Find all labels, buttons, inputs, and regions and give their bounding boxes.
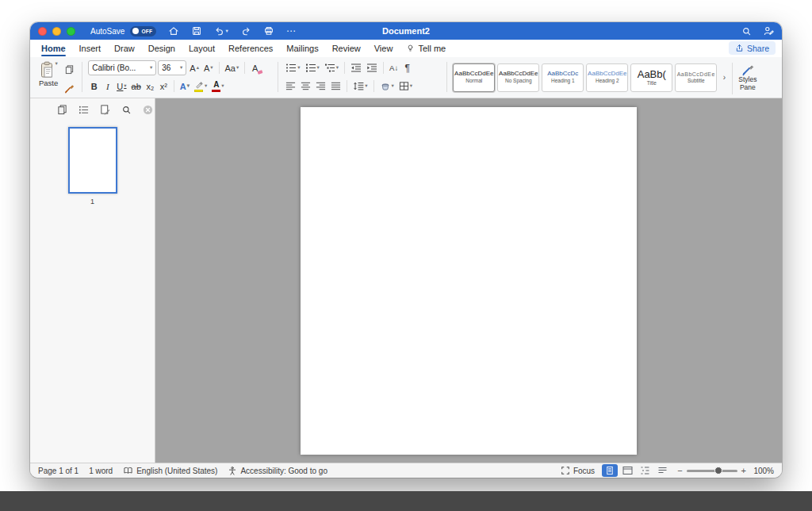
line-spacing-button[interactable]: ▾ <box>351 79 369 94</box>
styles-pane-brush-icon <box>741 63 754 76</box>
highlighter-icon <box>194 81 204 89</box>
tab-layout[interactable]: Layout <box>189 40 215 57</box>
paste-label: Paste <box>39 79 58 87</box>
tab-home[interactable]: Home <box>41 40 66 57</box>
paste-dropdown-caret[interactable]: ▾ <box>56 61 58 67</box>
thumbnails-pane-icon[interactable] <box>57 104 67 115</box>
web-layout-view-button[interactable] <box>619 464 635 477</box>
strikethrough-button[interactable]: ab <box>130 79 143 94</box>
change-case-button[interactable]: Aa▾ <box>224 60 241 75</box>
highlight-button[interactable]: ▾ <box>193 79 209 94</box>
accessibility-person-icon <box>228 466 237 476</box>
sidebar-search-icon[interactable] <box>121 105 132 115</box>
print-layout-view-button[interactable] <box>602 464 618 477</box>
multilevel-list-button[interactable]: ▾ <box>323 60 340 75</box>
zoom-out-button[interactable]: − <box>677 466 682 475</box>
style-heading-2[interactable]: AaBbCcDdEe Heading 2 <box>586 63 628 92</box>
style-heading-1[interactable]: AaBbCcDc Heading 1 <box>542 63 584 92</box>
tab-design[interactable]: Design <box>148 40 175 57</box>
style-subtitle[interactable]: AaBbCcDdEe Subtitle <box>675 63 717 92</box>
zoom-slider[interactable] <box>687 470 737 472</box>
format-painter-button[interactable] <box>62 81 76 95</box>
decrease-indent-button[interactable] <box>349 60 363 75</box>
paste-button[interactable]: ▾ Paste <box>36 60 60 88</box>
tab-insert[interactable]: Insert <box>79 40 102 57</box>
borders-button[interactable]: ▾ <box>397 79 414 94</box>
redo-button[interactable] <box>240 25 251 36</box>
sort-button[interactable]: A↓ <box>388 60 400 75</box>
styles-gallery-more-button[interactable]: › <box>719 63 729 92</box>
draft-view-button[interactable] <box>654 464 670 477</box>
presence-share-icon[interactable] <box>763 25 774 36</box>
tab-view[interactable]: View <box>374 40 393 57</box>
more-commands-icon[interactable]: ⋯ <box>286 26 296 36</box>
edit-page-icon[interactable] <box>100 104 110 115</box>
zoom-in-button[interactable]: + <box>741 466 746 475</box>
share-button[interactable]: Share <box>729 41 776 55</box>
grow-font-button[interactable]: A▴ <box>188 60 201 75</box>
tab-draw[interactable]: Draw <box>114 40 135 57</box>
shading-button[interactable]: ▾ <box>378 79 396 94</box>
numbering-button[interactable]: ▾ <box>304 60 321 75</box>
tab-review[interactable]: Review <box>332 40 361 57</box>
styles-pane-button[interactable]: Styles Pane <box>736 63 759 92</box>
clipboard-group: ▾ Paste <box>36 60 76 94</box>
close-window-button[interactable] <box>38 27 47 36</box>
page-indicator[interactable]: Page 1 of 1 <box>38 467 79 475</box>
align-left-button[interactable] <box>284 79 297 94</box>
styles-group: AaBbCcDdEe Normal AaBbCcDdEe No Spacing … <box>453 60 759 94</box>
undo-dropdown-caret[interactable]: ▾ <box>225 29 228 34</box>
autosave-state: OFF <box>141 29 152 34</box>
clipboard-icon <box>40 61 55 79</box>
document-page[interactable] <box>301 107 637 455</box>
zoom-slider-thumb[interactable] <box>714 467 722 474</box>
eraser-icon <box>258 70 263 75</box>
font-size-select[interactable]: 36 ▾ <box>158 60 186 75</box>
outline-view-button[interactable] <box>637 464 653 477</box>
minimize-window-button[interactable] <box>52 27 61 36</box>
accessibility-status[interactable]: Accessibility: Good to go <box>228 466 327 476</box>
zoom-level[interactable]: 100% <box>750 467 774 475</box>
text-effects-button[interactable]: A▾ <box>178 79 191 94</box>
style-no-spacing[interactable]: AaBbCcDdEe No Spacing <box>497 63 539 92</box>
accessibility-label: Accessibility: Good to go <box>240 467 327 475</box>
font-family-select[interactable]: Calibri (Bo... ▾ <box>88 60 156 75</box>
style-normal[interactable]: AaBbCcDdEe Normal <box>453 63 495 92</box>
tab-mailings[interactable]: Mailings <box>286 40 318 57</box>
home-icon[interactable] <box>168 25 179 36</box>
underline-button[interactable]: U▾ <box>115 79 128 94</box>
tell-me-button[interactable]: Tell me <box>406 40 446 57</box>
autosave-toggle[interactable]: OFF <box>130 26 156 36</box>
clear-formatting-button[interactable]: A <box>249 60 261 75</box>
shrink-font-button[interactable]: A▾ <box>202 60 215 75</box>
bold-button[interactable]: B <box>88 79 100 94</box>
search-icon[interactable] <box>741 26 752 36</box>
print-icon[interactable] <box>263 25 274 36</box>
tell-me-label: Tell me <box>418 44 446 53</box>
fullscreen-window-button[interactable] <box>67 27 75 36</box>
superscript-button[interactable]: x² <box>158 79 170 94</box>
font-color-button[interactable]: A ▾ <box>210 79 225 94</box>
save-icon[interactable] <box>191 25 202 36</box>
proofing-status[interactable]: English (United States) <box>123 466 217 475</box>
style-title[interactable]: AaBb( Title <box>630 63 672 92</box>
ribbon-tab-row: Home Insert Draw Design Layout Reference… <box>30 40 782 57</box>
justify-button[interactable] <box>329 79 343 94</box>
italic-button[interactable]: I <box>102 79 113 94</box>
focus-button[interactable]: Focus <box>561 466 595 475</box>
increase-indent-button[interactable] <box>365 60 379 75</box>
show-formatting-marks-button[interactable]: ¶ <box>401 60 413 75</box>
tab-references[interactable]: References <box>228 40 273 57</box>
copy-button[interactable] <box>62 62 76 76</box>
content-area: 1 <box>30 98 782 463</box>
align-right-button[interactable] <box>314 79 327 94</box>
word-count[interactable]: 1 word <box>89 467 113 475</box>
align-center-button[interactable] <box>299 79 312 94</box>
page-thumbnail[interactable] <box>68 127 117 194</box>
outline-pane-icon[interactable] <box>79 105 89 115</box>
bullets-button[interactable]: ▾ <box>284 60 301 75</box>
undo-button[interactable]: ▾ <box>214 25 228 36</box>
share-label: Share <box>747 44 769 53</box>
subscript-button[interactable]: x₂ <box>144 79 156 94</box>
sidebar-close-icon[interactable] <box>143 105 153 115</box>
